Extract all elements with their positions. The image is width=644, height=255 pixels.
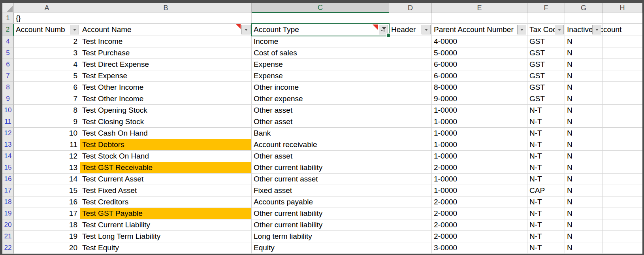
header-cell-h[interactable] — [603, 24, 642, 36]
cell-parent-account-number[interactable]: 1-0000 — [432, 128, 527, 139]
cell-inactive[interactable]: N — [565, 196, 603, 208]
cell-h[interactable] — [603, 208, 642, 219]
cell-inactive[interactable]: N — [565, 162, 603, 174]
filter-dropdown-button[interactable] — [592, 25, 601, 34]
cell-account-type[interactable]: Other current liability — [252, 208, 389, 219]
cell-inactive[interactable]: N — [565, 70, 603, 82]
cell-h[interactable] — [603, 219, 642, 231]
row-number[interactable]: 16 — [2, 174, 14, 185]
row-number[interactable]: 4 — [2, 36, 14, 47]
cell-parent-account-number[interactable]: 1-0000 — [432, 151, 527, 162]
cell-h[interactable] — [603, 162, 642, 174]
cell-tax-code[interactable]: N-T — [527, 196, 565, 208]
row-number[interactable]: 12 — [2, 128, 14, 139]
cell-h[interactable] — [603, 196, 642, 208]
row-number[interactable]: 2 — [2, 24, 14, 36]
column-header-E[interactable]: E — [432, 3, 527, 13]
cell-inactive[interactable]: N — [565, 128, 603, 139]
cell-inactive[interactable]: N — [565, 151, 603, 162]
cell-inactive[interactable]: N — [565, 231, 603, 242]
cell-account-number[interactable]: 17 — [14, 208, 80, 219]
cell-account-type[interactable]: Long term liability — [252, 231, 389, 242]
cell-tax-code[interactable]: N-T — [527, 139, 565, 151]
cell-inactive[interactable]: N — [565, 219, 603, 231]
row-number[interactable]: 6 — [2, 59, 14, 70]
cell-inactive[interactable]: N — [565, 208, 603, 219]
cell-parent-account-number[interactable]: 9-0000 — [432, 93, 527, 105]
cell-account-type[interactable]: Expense — [252, 59, 389, 70]
cell-parent-account-number[interactable]: 1-0000 — [432, 116, 527, 128]
cell-tax-code[interactable]: CAP — [527, 185, 565, 196]
cell-G1[interactable] — [565, 13, 603, 24]
column-header-H[interactable]: H — [603, 3, 642, 13]
column-header-C[interactable]: C — [252, 3, 389, 13]
header-cell-tax-code[interactable]: Tax Cod — [527, 24, 565, 36]
cell-account-number[interactable]: 8 — [14, 105, 80, 116]
cell-h[interactable] — [603, 128, 642, 139]
cell-account-type[interactable]: Account receivable — [252, 139, 389, 151]
fill-handle[interactable] — [386, 33, 390, 37]
cell-h[interactable] — [603, 242, 642, 254]
cell-tax-code[interactable]: N-T — [527, 128, 565, 139]
cell-header[interactable] — [389, 242, 432, 254]
cell-header[interactable] — [389, 59, 432, 70]
column-header-G[interactable]: G — [565, 3, 603, 13]
cell-header[interactable] — [389, 93, 432, 105]
cell-inactive[interactable]: N — [565, 116, 603, 128]
cell-account-name[interactable]: Test Income — [80, 36, 252, 47]
cell-tax-code[interactable]: GST — [527, 82, 565, 93]
cell-h[interactable] — [603, 185, 642, 196]
cell-tax-code[interactable]: N-T — [527, 231, 565, 242]
cell-account-name[interactable]: Test Creditors — [80, 196, 252, 208]
cell-account-name[interactable]: Test Closing Stock — [80, 116, 252, 128]
cell-account-number[interactable]: 7 — [14, 93, 80, 105]
row-number[interactable]: 9 — [2, 93, 14, 105]
cell-account-name[interactable]: Test Cash On Hand — [80, 128, 252, 139]
cell-h[interactable] — [603, 93, 642, 105]
cell-inactive[interactable]: N — [565, 185, 603, 196]
cell-account-number[interactable]: 15 — [14, 185, 80, 196]
row-number[interactable]: 14 — [2, 151, 14, 162]
cell-header[interactable] — [389, 128, 432, 139]
cell-account-name-highlighted[interactable]: Test GST Payable — [80, 208, 252, 219]
cell-account-name[interactable]: Test Direct Expense — [80, 59, 252, 70]
cell-parent-account-number[interactable]: 3-0000 — [432, 242, 527, 254]
row-number[interactable]: 15 — [2, 162, 14, 174]
cell-account-name[interactable]: Test Expense — [80, 70, 252, 82]
cell-account-type[interactable]: Other current liability — [252, 162, 389, 174]
cell-tax-code[interactable]: GST — [527, 47, 565, 59]
cell-header[interactable] — [389, 185, 432, 196]
cell-h[interactable] — [603, 151, 642, 162]
cell-parent-account-number[interactable]: 2-0000 — [432, 219, 527, 231]
row-number[interactable]: 7 — [2, 70, 14, 82]
cell-h[interactable] — [603, 82, 642, 93]
cell-account-number[interactable]: 11 — [14, 139, 80, 151]
row-number[interactable]: 8 — [2, 82, 14, 93]
column-header-F[interactable]: F — [527, 3, 565, 13]
cell-tax-code[interactable]: GST — [527, 70, 565, 82]
cell-inactive[interactable]: N — [565, 105, 603, 116]
cell-h[interactable] — [603, 139, 642, 151]
cell-account-name[interactable]: Test Fixed Asset — [80, 185, 252, 196]
filter-dropdown-button[interactable] — [241, 25, 250, 34]
cell-parent-account-number[interactable]: 4-0000 — [432, 36, 527, 47]
cell-parent-account-number[interactable]: 5-0000 — [432, 47, 527, 59]
cell-h[interactable] — [603, 36, 642, 47]
cell-account-type[interactable]: Fixed asset — [252, 185, 389, 196]
cell-account-type[interactable]: Other income — [252, 82, 389, 93]
cell-account-type[interactable]: Other expense — [252, 93, 389, 105]
cell-account-number[interactable]: 4 — [14, 59, 80, 70]
header-cell-parent-account-number[interactable]: Parent Account Number — [432, 24, 527, 36]
cell-account-type[interactable]: Income — [252, 36, 389, 47]
cell-parent-account-number[interactable]: 2-0000 — [432, 231, 527, 242]
cell-A1[interactable]: {} — [14, 13, 80, 24]
cell-header[interactable] — [389, 231, 432, 242]
cell-header[interactable] — [389, 139, 432, 151]
cell-account-number[interactable]: 2 — [14, 36, 80, 47]
cell-tax-code[interactable]: N-T — [527, 105, 565, 116]
cell-tax-code[interactable]: N-T — [527, 151, 565, 162]
cell-account-type[interactable]: Cost of sales — [252, 47, 389, 59]
cell-account-type[interactable]: Other asset — [252, 151, 389, 162]
cell-parent-account-number[interactable]: 6-0000 — [432, 59, 527, 70]
cell-account-type[interactable]: Expense — [252, 70, 389, 82]
